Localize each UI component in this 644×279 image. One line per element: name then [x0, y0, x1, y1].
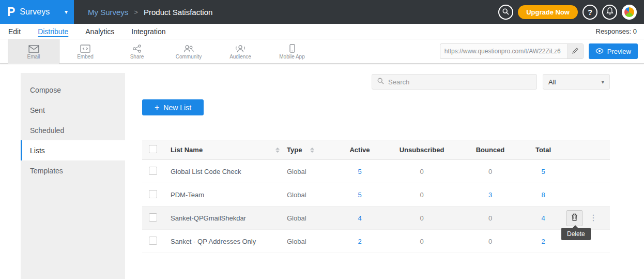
sidebar-item-compose[interactable]: Compose [21, 80, 125, 100]
questionpro-logo: P [7, 6, 15, 18]
bounced-count[interactable]: 3 [461, 191, 520, 199]
new-list-button[interactable]: + New List [142, 99, 204, 115]
unsubscribed-count: 0 [383, 168, 461, 175]
distribute-toolbar: Email Embed Share Community Audience Mob… [0, 39, 644, 64]
preview-button[interactable]: Preview [589, 43, 638, 59]
channel-email[interactable]: Email [8, 39, 59, 64]
upgrade-now-button[interactable]: Upgrade Now [518, 5, 578, 19]
col-header-active: Active [336, 146, 383, 154]
channel-community-label: Community [176, 54, 202, 60]
tab-analytics[interactable]: Analytics [85, 27, 114, 36]
topbar-actions: Upgrade Now ? [498, 5, 644, 20]
sidebar-item-lists[interactable]: Lists [21, 140, 125, 160]
survey-url-field [440, 43, 584, 59]
tab-integration[interactable]: Integration [131, 27, 165, 36]
edit-url-button[interactable] [568, 44, 583, 58]
bounced-count: 0 [461, 238, 520, 245]
lists-table: List Name Type Active Unsubscribed Bounc… [142, 140, 610, 253]
row-menu-button[interactable]: ⋮ [589, 214, 597, 222]
list-type: Global [287, 238, 336, 245]
search-button[interactable] [498, 5, 513, 20]
row-checkbox-cell [142, 237, 166, 246]
product-name: Surveys [20, 7, 50, 17]
chevron-down-icon: ▾ [65, 8, 68, 16]
list-name-cell: Sanket-QPGmailShekdar [166, 214, 287, 222]
sidebar-item-scheduled[interactable]: Scheduled [21, 120, 125, 140]
sort-type-icon[interactable] [310, 148, 314, 153]
channel-audience-label: Audience [229, 54, 251, 60]
list-name-cell: Sanket - QP Addresses Only [166, 238, 287, 245]
sidebar-item-sent[interactable]: Sent [21, 100, 125, 120]
app-switcher-surveys[interactable]: P Surveys ▾ [0, 0, 74, 24]
list-type: Global [287, 214, 336, 222]
header-checkbox-cell [142, 145, 166, 155]
search-box [372, 74, 537, 90]
active-count[interactable]: 5 [336, 191, 383, 199]
table-row: Sanket - QP Addresses Only Global 2 0 0 … [142, 230, 610, 253]
list-type-filter[interactable]: All ▾ [543, 74, 610, 90]
active-count[interactable]: 5 [336, 168, 383, 175]
tab-distribute[interactable]: Distribute [38, 27, 68, 36]
delete-list-button[interactable] [566, 210, 582, 226]
list-type: Global [287, 191, 336, 199]
chevron-down-icon: ▾ [601, 79, 604, 85]
row-checkbox[interactable] [149, 213, 157, 222]
sidebar-item-templates[interactable]: Templates [21, 160, 125, 181]
eye-icon [595, 48, 604, 55]
list-name-header-label: List Name [171, 146, 203, 154]
channel-community[interactable]: Community [163, 39, 214, 64]
total-count[interactable]: 5 [520, 168, 566, 175]
row-checkbox[interactable] [149, 190, 157, 198]
table-row: Sanket-QPGmailShekdar Global 4 0 0 4 ⋮ D… [142, 207, 610, 230]
list-name-link[interactable]: Sanket - QP Addresses Only [171, 238, 256, 245]
sort-list-name-icon[interactable] [275, 148, 280, 153]
list-name-link[interactable]: PDM-Team [171, 191, 204, 199]
list-name-link[interactable]: Global List Code Check [171, 168, 241, 175]
select-all-checkbox[interactable] [149, 145, 157, 153]
search-input[interactable] [388, 78, 531, 86]
breadcrumb-my-surveys[interactable]: My Surveys [88, 8, 128, 17]
channel-embed-label: Embed [77, 54, 94, 60]
notifications-button[interactable] [602, 5, 617, 20]
total-count[interactable]: 4 [520, 214, 566, 222]
row-checkbox-cell [142, 213, 166, 223]
channel-embed[interactable]: Embed [59, 39, 111, 64]
search-icon [502, 8, 509, 17]
audience-icon [235, 43, 246, 53]
row-checkbox[interactable] [149, 167, 157, 175]
channel-share[interactable]: Share [111, 39, 163, 64]
channel-mobile-app-label: Mobile App [279, 54, 304, 60]
row-checkbox-cell [142, 167, 166, 177]
help-button[interactable]: ? [582, 5, 597, 20]
survey-url-input[interactable] [440, 48, 568, 55]
total-count[interactable]: 8 [520, 191, 566, 199]
unsubscribed-count: 0 [383, 191, 461, 199]
list-name-link[interactable]: Sanket-QPGmailShekdar [171, 214, 246, 222]
share-icon [133, 43, 141, 53]
channel-mobile-app[interactable]: Mobile App [266, 39, 318, 64]
topbar: P Surveys ▾ My Surveys > Product Satisfa… [0, 0, 644, 24]
bell-icon [606, 7, 614, 17]
active-count[interactable]: 2 [336, 238, 383, 245]
tab-edit[interactable]: Edit [8, 27, 21, 36]
plus-icon: + [155, 104, 159, 112]
channel-audience[interactable]: Audience [214, 39, 266, 64]
breadcrumb-survey-title: Product Satisfaction [144, 8, 212, 17]
lists-panel: All ▾ + New List List Name Type [125, 73, 610, 279]
total-count[interactable]: 2 [520, 238, 566, 245]
filter-value: All [548, 78, 556, 86]
mobile-phone-icon [289, 43, 295, 53]
type-header-label: Type [287, 146, 302, 154]
bounced-count: 0 [461, 168, 520, 175]
search-filter-row: All ▾ [142, 74, 610, 90]
avatar[interactable] [622, 5, 637, 20]
toolbar-right: Preview [440, 43, 644, 59]
unsubscribed-count: 0 [383, 238, 461, 245]
col-header-unsubscribed: Unsubscribed [383, 146, 461, 154]
row-checkbox[interactable] [149, 237, 157, 245]
bounced-count: 0 [461, 214, 520, 222]
col-header-bounced: Bounced [461, 146, 520, 154]
community-icon [183, 43, 194, 53]
active-count[interactable]: 4 [336, 214, 383, 222]
breadcrumb: My Surveys > Product Satisfaction [88, 8, 212, 17]
